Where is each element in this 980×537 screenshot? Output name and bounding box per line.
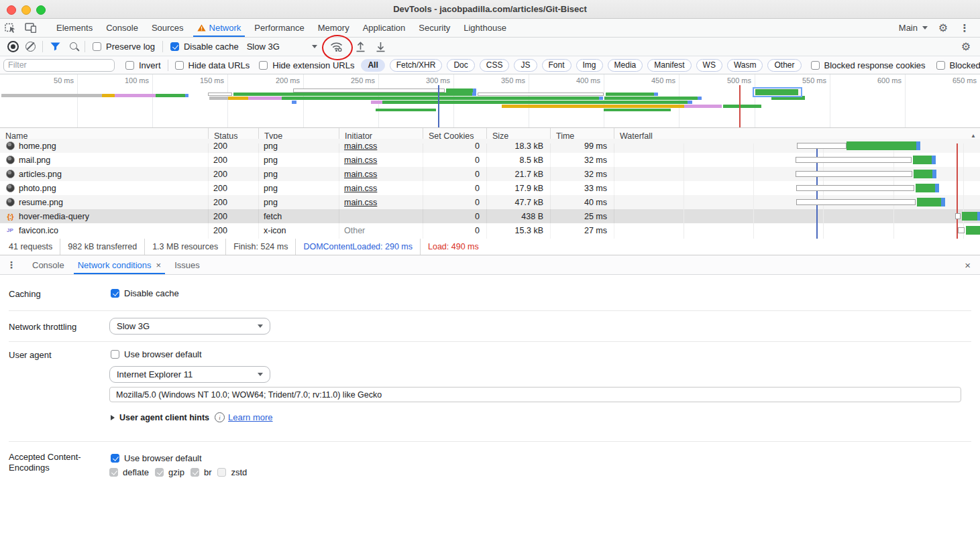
learn-more-link[interactable]: Learn more: [228, 412, 272, 422]
tab-console[interactable]: Console: [99, 19, 145, 37]
drawer-tab-label: Network conditions: [78, 260, 152, 270]
filter-pill-doc[interactable]: Doc: [447, 59, 474, 72]
filter-pill-fetch-xhr[interactable]: Fetch/XHR: [390, 59, 443, 72]
encoding-option-zstd[interactable]: zstd: [217, 467, 247, 477]
tab-application[interactable]: Application: [356, 19, 413, 37]
encoding-option-gzip[interactable]: gzip: [155, 467, 184, 477]
table-row[interactable]: mail.png200pngmain.css08.5 kB32 ms: [0, 153, 980, 167]
ua-use-browser-default-checkbox-box[interactable]: [111, 350, 119, 359]
network-overview-timeline[interactable]: 50 ms100 ms150 ms200 ms250 ms300 ms350 m…: [0, 74, 980, 128]
filter-funnel-icon[interactable]: [46, 38, 64, 56]
filter-input[interactable]: [3, 59, 115, 72]
waterfall-waiting-bar: [797, 143, 847, 149]
clear-network-log-button[interactable]: [21, 38, 39, 56]
table-row[interactable]: articles.png200pngmain.css021.7 kB32 ms: [0, 167, 980, 181]
encoding-option-deflate[interactable]: deflate: [109, 467, 149, 477]
checkbox-blocked-requests[interactable]: Blocked requests: [936, 60, 980, 70]
network-settings-gear-icon[interactable]: ⚙: [957, 38, 975, 56]
checkbox-blocked-response-cookies[interactable]: Blocked response cookies: [811, 60, 926, 70]
ua-use-browser-default-checkbox[interactable]: Use browser default: [111, 349, 202, 359]
throttling-dropdown[interactable]: Slow 3G: [247, 42, 317, 52]
preserve-log-checkbox-box[interactable]: [93, 42, 101, 51]
tab-lighthouse[interactable]: Lighthouse: [457, 19, 513, 37]
settings-gear-icon[interactable]: ⚙: [934, 19, 952, 37]
filter-pill-js[interactable]: JS: [514, 59, 537, 72]
waterfall-download-bar: [847, 141, 916, 150]
disable-cache-checkbox[interactable]: Disable cache: [170, 42, 239, 52]
filter-pill-media[interactable]: Media: [608, 59, 643, 72]
close-tab-icon[interactable]: ×: [156, 260, 162, 270]
invert-checkbox[interactable]: Invert: [125, 60, 161, 70]
filter-pill-css[interactable]: CSS: [480, 59, 510, 72]
ua-preset-select[interactable]: Internet Explorer 11: [109, 366, 270, 383]
hide-extension-urls-checkbox[interactable]: Hide extension URLs: [259, 60, 354, 70]
overview-bar-blue: [599, 97, 603, 100]
drawer-disable-cache-checkbox-box[interactable]: [111, 289, 119, 298]
ua-string-input[interactable]: [109, 387, 961, 402]
more-options-kebab-icon[interactable]: ⋮: [956, 19, 973, 37]
network-conditions-button[interactable]: [327, 38, 347, 56]
device-toolbar-icon[interactable]: [20, 19, 40, 37]
drawer-more-tools-kebab-icon[interactable]: ⋮: [3, 256, 20, 274]
drawer-disable-cache-checkbox[interactable]: Disable cache: [111, 288, 179, 298]
tab-label: Elements: [56, 23, 93, 33]
waterfall-waiting-bar: [796, 171, 912, 177]
checkbox-box[interactable]: [936, 61, 945, 70]
filter-pill-font[interactable]: Font: [542, 59, 571, 72]
table-row[interactable]: home.png200pngmain.css018.3 kB99 ms: [0, 139, 980, 153]
request-name: hover-media-query: [19, 212, 89, 221]
tab-sources[interactable]: Sources: [145, 19, 190, 37]
initiator-link[interactable]: main.css: [344, 141, 377, 151]
drawer-throttling-select[interactable]: Slow 3G: [109, 318, 270, 335]
table-row[interactable]: resume.png200pngmain.css047.7 kB40 ms: [0, 195, 980, 209]
table-row[interactable]: photo.png200pngmain.css017.9 kB33 ms: [0, 181, 980, 195]
filter-pill-manifest[interactable]: Manifest: [647, 59, 691, 72]
checkbox-box[interactable]: [811, 61, 820, 70]
cell-set-cookies: 0: [423, 195, 486, 209]
inspect-element-icon[interactable]: [0, 19, 20, 37]
initiator-link[interactable]: main.css: [344, 184, 377, 193]
filter-pill-ws[interactable]: WS: [696, 59, 722, 72]
cell-name: {:}hover-media-query: [0, 209, 208, 223]
encodings-use-browser-default-checkbox-box[interactable]: [111, 454, 119, 463]
encoding-option-br[interactable]: br: [190, 467, 212, 477]
initiator-link[interactable]: main.css: [344, 170, 377, 179]
initiator-link[interactable]: main.css: [344, 198, 377, 207]
hide-extension-urls-checkbox-box[interactable]: [259, 61, 268, 70]
hide-data-urls-checkbox[interactable]: Hide data URLs: [175, 60, 250, 70]
tab-security[interactable]: Security: [412, 19, 457, 37]
disclosure-triangle-icon[interactable]: [111, 415, 115, 420]
preserve-log-checkbox[interactable]: Preserve log: [93, 42, 155, 52]
ua-client-hints-label[interactable]: User agent client hints: [119, 413, 209, 422]
tab-memory[interactable]: Memory: [311, 19, 356, 37]
import-har-icon[interactable]: [352, 38, 370, 56]
table-row[interactable]: {:}hover-media-query200fetch0438 B25 ms: [0, 209, 980, 223]
encodings-use-browser-default-checkbox[interactable]: Use browser default: [111, 453, 202, 463]
disable-cache-checkbox-box[interactable]: [170, 42, 179, 51]
drawer-tab-console[interactable]: Console: [25, 255, 71, 274]
drawer-tab-network-conditions[interactable]: Network conditions×: [71, 255, 168, 274]
hide-data-urls-checkbox-box[interactable]: [175, 61, 184, 70]
initiator-link[interactable]: main.css: [344, 156, 377, 165]
drawer-tab-issues[interactable]: Issues: [168, 255, 207, 274]
tab-elements[interactable]: Elements: [50, 19, 99, 37]
invert-checkbox-box[interactable]: [125, 61, 134, 70]
sort-ascending-icon: ▲: [971, 133, 976, 139]
filter-pill-wasm[interactable]: Wasm: [727, 59, 763, 72]
tab-label: Console: [106, 23, 138, 33]
js-context-selector[interactable]: Main: [896, 23, 930, 33]
export-har-icon[interactable]: [372, 38, 390, 56]
drawer-close-icon[interactable]: ×: [965, 259, 980, 271]
tab-performance[interactable]: Performance: [248, 19, 311, 37]
overview-bar-violet: [115, 94, 156, 97]
timeline-tick-label: 250 ms: [351, 76, 378, 84]
overview-bar-gray: [1, 94, 102, 97]
tab-network[interactable]: Network: [190, 19, 248, 37]
search-icon[interactable]: [64, 38, 81, 56]
filter-pill-img[interactable]: Img: [576, 59, 603, 72]
image-file-icon: [5, 156, 15, 165]
filter-pill-other[interactable]: Other: [767, 59, 801, 72]
table-row[interactable]: JPfavicon.ico200x-iconOther015.3 kB27 ms: [0, 223, 980, 237]
record-network-log-button[interactable]: [4, 38, 21, 56]
filter-pill-all[interactable]: All: [361, 59, 384, 72]
